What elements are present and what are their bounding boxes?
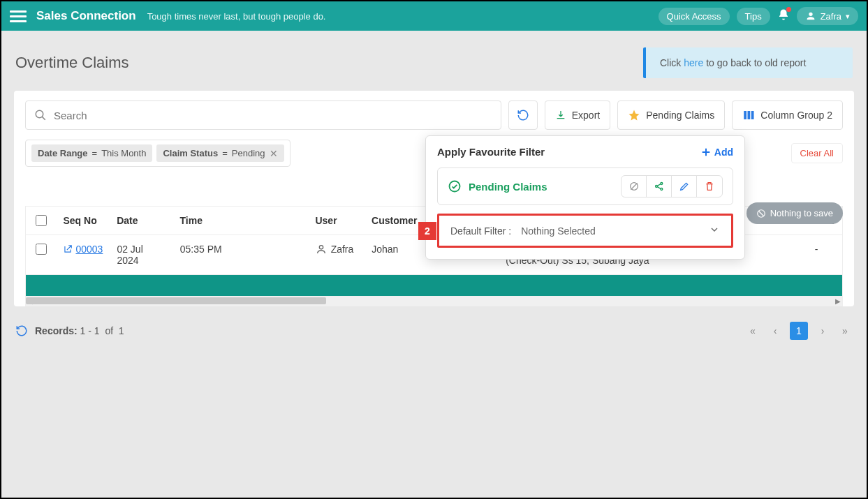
records-of: of <box>105 325 113 336</box>
search-input[interactable] <box>54 110 492 121</box>
cell-user: Zafra <box>309 235 365 263</box>
person-icon <box>316 244 327 255</box>
page-current[interactable]: 1 <box>790 322 808 340</box>
delete-button[interactable] <box>697 176 722 197</box>
edit-button[interactable] <box>672 176 697 197</box>
column-group-button[interactable]: Column Group 2 <box>732 100 843 130</box>
scroll-right-icon[interactable]: ▶ <box>835 296 841 306</box>
pending-claims-favourite-button[interactable]: Pending Claims <box>617 100 725 130</box>
chevron-down-icon: ▾ <box>846 12 850 21</box>
chip1-eq: = <box>92 148 98 158</box>
quick-access-button[interactable]: Quick Access <box>659 8 730 25</box>
select-all-checkbox[interactable] <box>36 215 47 226</box>
scroll-thumb[interactable] <box>26 297 326 304</box>
add-label: Add <box>714 147 733 158</box>
svg-point-5 <box>319 246 323 249</box>
old-report-link[interactable]: here <box>684 57 703 68</box>
user-icon <box>805 10 816 22</box>
row-checkbox-cell <box>26 235 56 263</box>
chip2-key: Claim Status <box>163 148 218 158</box>
row-checkbox[interactable] <box>36 244 47 255</box>
svg-rect-4 <box>751 111 754 119</box>
top-bar: Sales Connection Tough times never last,… <box>1 1 867 31</box>
refresh-button[interactable] <box>508 100 538 130</box>
chip1-key: Date Range <box>38 148 88 158</box>
search-box[interactable] <box>25 100 501 130</box>
old-report-notice: Click here to go back to old report <box>643 47 853 78</box>
open-icon <box>63 244 73 254</box>
filter-chip-claim-status[interactable]: Claim Status = Pending ✕ <box>156 144 284 162</box>
notifications-icon[interactable] <box>777 8 790 24</box>
clear-all-button[interactable]: Clear All <box>791 143 843 163</box>
svg-point-14 <box>660 183 662 185</box>
svg-line-7 <box>758 211 763 216</box>
visibility-off-icon <box>628 181 640 192</box>
callout-badge: 2 <box>418 222 436 240</box>
user-name: Zafra <box>821 11 841 22</box>
filter-chip-date-range[interactable]: Date Range = This Month <box>31 144 152 162</box>
share-button[interactable] <box>647 176 672 197</box>
cell-date: 02 Jul 2024 <box>110 235 172 274</box>
download-icon <box>555 110 566 121</box>
page-next-button[interactable]: › <box>815 322 830 339</box>
tagline: Tough times never last, but tough people… <box>147 11 326 22</box>
trash-icon <box>704 181 715 192</box>
header-user[interactable]: User <box>308 207 365 234</box>
pencil-icon <box>679 181 690 192</box>
header-date[interactable]: Date <box>110 207 172 234</box>
page-last-button[interactable]: » <box>837 322 853 339</box>
reload-icon[interactable] <box>15 325 28 337</box>
favourite-filter-popover: Apply Favourite Filter Add Pending Claim… <box>425 135 745 260</box>
page-first-button[interactable]: « <box>745 322 760 339</box>
save-pill-text: Nothing to save <box>770 208 833 218</box>
popover-header: Apply Favourite Filter Add <box>426 136 744 167</box>
default-filter-value: Nothing Selected <box>521 225 596 237</box>
check-circle-icon <box>448 179 462 193</box>
brand-name: Sales Connection <box>36 9 136 23</box>
page-prev-button[interactable]: ‹ <box>767 322 783 339</box>
notice-post: to go back to old report <box>703 57 806 68</box>
export-label: Export <box>572 110 600 121</box>
chip-remove-icon[interactable]: ✕ <box>270 149 278 158</box>
add-favourite-button[interactable]: Add <box>700 147 733 158</box>
svg-line-17 <box>657 187 661 189</box>
chip2-eq: = <box>222 148 228 158</box>
chevron-down-icon <box>709 224 720 237</box>
summary-strip <box>26 275 842 296</box>
nothing-to-save-pill: Nothing to save <box>746 202 843 224</box>
menu-icon[interactable] <box>10 8 27 24</box>
user-menu[interactable]: Zafra ▾ <box>797 7 858 25</box>
svg-point-15 <box>660 188 662 191</box>
svg-line-12 <box>631 183 637 189</box>
toolbar: Export Pending Claims Column Group 2 <box>25 100 843 130</box>
records-label: Records: <box>35 325 78 336</box>
cell-time: 05:35 PM <box>173 235 309 263</box>
ban-icon <box>756 209 766 218</box>
popover-title: Apply Favourite Filter <box>437 146 545 158</box>
seq-value: 00003 <box>75 244 103 255</box>
records-total: 1 <box>119 325 124 336</box>
records-range: 1 - 1 <box>80 325 100 336</box>
cell-seq: 00003 <box>56 235 110 265</box>
footer-bar: Records: 1 - 1 of 1 « ‹ 1 › » <box>1 306 867 355</box>
visibility-off-button[interactable] <box>621 176 647 197</box>
tips-button[interactable]: Tips <box>737 8 770 25</box>
svg-point-13 <box>655 186 657 188</box>
header-seq[interactable]: Seq No <box>56 207 110 234</box>
pending-claims-label: Pending Claims <box>646 110 714 121</box>
user-value: Zafra <box>331 244 354 255</box>
share-icon <box>654 181 665 192</box>
seq-link[interactable]: 00003 <box>63 244 103 255</box>
horizontal-scrollbar[interactable]: ◀ ▶ <box>26 296 842 306</box>
default-filter-label: Default Filter : <box>450 225 511 237</box>
notice-pre: Click <box>660 57 684 68</box>
search-icon <box>34 109 47 121</box>
star-icon <box>628 109 640 121</box>
export-button[interactable]: Export <box>545 100 610 130</box>
default-filter-dropdown[interactable]: 2 Default Filter : Nothing Selected <box>437 214 733 248</box>
column-group-label: Column Group 2 <box>760 110 832 121</box>
header-time[interactable]: Time <box>173 207 309 234</box>
favourite-actions <box>621 175 723 198</box>
favourite-filter-item[interactable]: Pending Claims <box>437 167 733 205</box>
page-title: Overtime Claims <box>15 54 129 72</box>
